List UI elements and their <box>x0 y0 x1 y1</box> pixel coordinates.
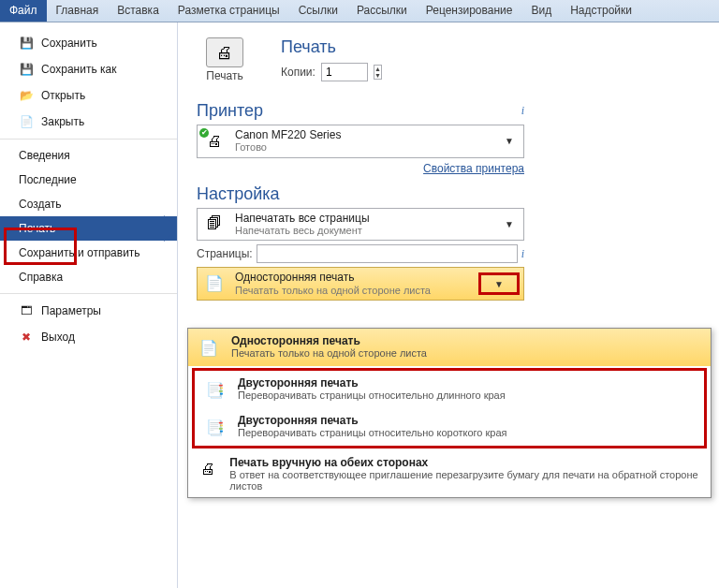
sidebar-item-open[interactable]: 📂Открыть <box>0 82 177 109</box>
sidebar-item-help[interactable]: Справка <box>0 265 177 289</box>
sidebar-label: Последние <box>19 173 77 186</box>
printer-header: Принтер <box>197 101 263 121</box>
sidebar-item-options[interactable]: 🗔Параметры <box>0 298 177 324</box>
sidebar-item-close[interactable]: 📄Закрыть <box>0 109 177 135</box>
copies-label: Копии: <box>281 66 315 79</box>
sidebar-item-new[interactable]: Создать <box>0 192 177 216</box>
info-icon[interactable]: i <box>521 247 524 261</box>
copies-input[interactable] <box>321 63 368 81</box>
save-icon: 💾 <box>19 36 34 51</box>
annotation-highlight-print <box>4 228 77 265</box>
option-sub: Печатать только на одной стороне листа <box>231 347 427 359</box>
print-range-title: Напечатать все страницы <box>235 212 492 225</box>
option-title: Односторонняя печать <box>231 334 427 347</box>
sidebar-label: Параметры <box>41 304 101 317</box>
printer-status: Готово <box>235 141 492 154</box>
printer-ready-icon: 🖨 <box>201 130 227 153</box>
sidebar-label: Создать <box>19 198 62 211</box>
chevron-down-icon: ▼ <box>499 136 520 146</box>
duplex-title: Односторонняя печать <box>235 271 467 284</box>
chevron-down-icon[interactable]: ▼ <box>489 279 509 289</box>
tab-file[interactable]: Файл <box>0 0 47 22</box>
info-icon[interactable]: i <box>521 104 524 118</box>
option-sub: Переворачивать страницы относительно дли… <box>238 390 506 401</box>
annotation-highlight-duplex: 📑 Двусторонняя печать Переворачивать стр… <box>192 368 707 448</box>
option-sub: В ответ на соответствующее приглашение п… <box>229 469 703 492</box>
sidebar-label: Справка <box>19 271 63 284</box>
print-button-label: Печать <box>197 69 253 82</box>
tab-references[interactable]: Ссылки <box>289 0 347 22</box>
print-button[interactable]: 🖨 Печать <box>197 37 253 82</box>
duplex-option-longedge[interactable]: 📑 Двусторонняя печать Переворачивать стр… <box>195 371 704 408</box>
ribbon-tabs: Файл Главная Вставка Разметка страницы С… <box>0 0 719 22</box>
printer-name: Canon MF220 Series <box>235 128 492 141</box>
sidebar-label: Сохранить как <box>41 63 116 76</box>
pages-input[interactable] <box>257 244 518 263</box>
manual-duplex-icon: 🖨 <box>196 456 220 482</box>
print-range-sub: Напечатать весь документ <box>235 225 492 237</box>
option-sub: Переворачивать страницы относительно кор… <box>238 427 507 438</box>
sidebar-item-recent[interactable]: Последние <box>0 168 177 192</box>
option-title: Двусторонняя печать <box>238 414 507 427</box>
open-icon: 📂 <box>19 88 34 103</box>
duplex-dropdown: 📄 Односторонняя печать Печатать только н… <box>187 328 712 498</box>
sidebar-label: Сохранить <box>41 37 97 50</box>
saveas-icon: 💾 <box>19 62 34 77</box>
print-pane: 🖨 Печать Печать Копии: ▲▼ Принтер i 🖨 Ca… <box>178 22 719 588</box>
sidebar-label: Сведения <box>19 149 70 162</box>
option-title: Двусторонняя печать <box>238 376 506 390</box>
annotation-highlight-arrow: ▼ <box>478 272 520 295</box>
pages-label: Страницы: <box>197 247 253 260</box>
print-range-selector[interactable]: 🗐 Напечатать все страницы Напечатать вес… <box>197 208 524 242</box>
tab-view[interactable]: Вид <box>521 0 561 22</box>
chevron-down-icon: ▼ <box>499 219 520 229</box>
sidebar-label: Выход <box>41 331 75 344</box>
page-side-icon: 📄 <box>196 334 222 360</box>
duplex-option-onesided[interactable]: 📄 Односторонняя печать Печатать только н… <box>188 329 711 366</box>
sidebar-item-save[interactable]: 💾Сохранить <box>0 30 177 56</box>
sidebar-item-exit[interactable]: ✖Выход <box>0 324 177 350</box>
sidebar-label: Закрыть <box>41 115 84 128</box>
tab-review[interactable]: Рецензирование <box>417 0 522 22</box>
backstage-sidebar: 💾Сохранить 💾Сохранить как 📂Открыть 📄Закр… <box>0 22 178 588</box>
tab-home[interactable]: Главная <box>47 0 109 22</box>
spinner-icon[interactable]: ▲▼ <box>374 65 382 80</box>
tab-mailings[interactable]: Рассылки <box>347 0 417 22</box>
exit-icon: ✖ <box>19 330 34 345</box>
options-icon: 🗔 <box>19 303 34 318</box>
close-icon: 📄 <box>19 114 34 129</box>
printer-properties-link[interactable]: Свойства принтера <box>423 162 524 175</box>
tab-insert[interactable]: Вставка <box>108 0 169 22</box>
settings-header: Настройка <box>197 184 280 204</box>
print-title: Печать <box>281 37 382 57</box>
sidebar-item-saveas[interactable]: 💾Сохранить как <box>0 56 177 82</box>
duplex-selector[interactable]: 📄 Односторонняя печать Печатать только н… <box>197 267 524 301</box>
sidebar-item-info[interactable]: Сведения <box>0 143 177 168</box>
duplex-option-shortedge[interactable]: 📑 Двусторонняя печать Переворачивать стр… <box>195 408 704 446</box>
option-title: Печать вручную на обеих сторонах <box>229 456 703 469</box>
pages-icon: 🗐 <box>201 213 227 235</box>
page-side-icon: 📄 <box>201 272 227 295</box>
printer-selector[interactable]: 🖨 Canon MF220 Series Готово ▼ <box>197 125 524 158</box>
sidebar-label: Открыть <box>41 89 85 102</box>
duplex-long-icon: 📑 <box>202 376 228 403</box>
duplex-sub: Печатать только на одной стороне листа <box>235 285 467 297</box>
duplex-option-manual[interactable]: 🖨 Печать вручную на обеих сторонах В отв… <box>188 450 711 497</box>
duplex-short-icon: 📑 <box>202 414 228 440</box>
tab-addins[interactable]: Надстройки <box>561 0 641 22</box>
printer-icon: 🖨 <box>206 37 243 67</box>
tab-layout[interactable]: Разметка страницы <box>169 0 289 22</box>
